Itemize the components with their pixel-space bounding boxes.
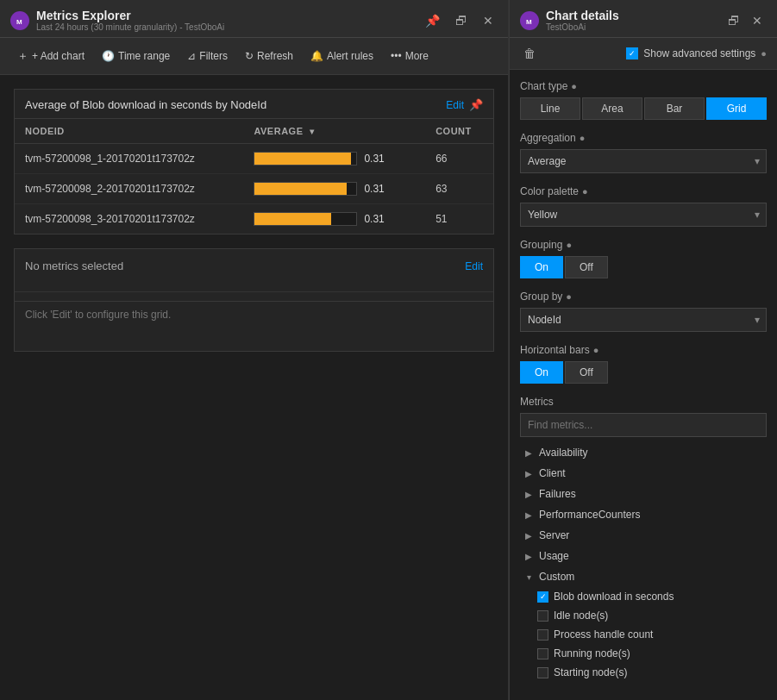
tree-item[interactable]: ▾Custom <box>520 566 767 587</box>
metric-checkbox-item[interactable]: Process handle count <box>534 625 767 644</box>
metrics-search-input[interactable] <box>520 413 767 437</box>
cell-nodeid: tvm-57200098_3-20170201t173702z <box>15 204 243 234</box>
more-icon: ••• <box>391 50 402 62</box>
metric-label: Running node(s) <box>554 647 630 659</box>
tree-arrow-icon: ▶ <box>523 490 534 499</box>
time-range-button[interactable]: 🕐 Time range <box>95 47 177 66</box>
metric-label: Idle node(s) <box>554 609 608 622</box>
tree-item[interactable]: ▶Availability <box>520 442 767 463</box>
chart-type-line[interactable]: Line <box>520 97 580 120</box>
add-icon: ＋ <box>17 48 28 64</box>
aggregation-select[interactable]: Average Count Sum Min Max <box>520 149 767 173</box>
app-icon: M <box>10 11 29 30</box>
left-title-bar: M Metrics Explorer Last 24 hours (30 min… <box>0 0 508 38</box>
metric-checkbox[interactable] <box>537 648 548 659</box>
filters-button[interactable]: ⊿ Filters <box>180 47 235 66</box>
grouping-off-button[interactable]: Off <box>565 256 608 278</box>
clock-icon: 🕐 <box>102 50 115 62</box>
metric-checkbox-item[interactable]: Running node(s) <box>534 644 767 663</box>
bar-fill <box>254 153 351 165</box>
metrics-settings-label: Metrics <box>520 396 767 408</box>
metric-checkbox-item[interactable]: Starting node(s) <box>534 663 767 682</box>
add-chart-button[interactable]: ＋ + Add chart <box>10 45 91 67</box>
right-close-button[interactable]: ✕ <box>748 12 767 29</box>
right-subtitle: TestOboAi <box>546 22 619 32</box>
bar-value: 0.31 <box>364 213 384 225</box>
metric-checkbox[interactable]: ✓ <box>537 591 548 603</box>
sort-arrow-icon: ▾ <box>310 127 315 136</box>
metric-checkbox-item[interactable]: Idle node(s) <box>534 606 767 625</box>
svg-text:M: M <box>526 18 532 26</box>
left-panel: M Metrics Explorer Last 24 hours (30 min… <box>0 0 509 700</box>
chart2-edit-button[interactable]: Edit <box>465 260 483 272</box>
chart-type-grid[interactable]: Grid <box>706 97 767 120</box>
tree-category-label: Usage <box>539 550 569 562</box>
bar-value: 0.31 <box>364 153 384 165</box>
more-button[interactable]: ••• More <box>384 47 435 66</box>
group-by-label: Group by ● <box>520 291 767 303</box>
chart1-actions: Edit 📌 <box>446 98 483 111</box>
title-bar-right: 📌 🗗 ✕ <box>421 12 498 29</box>
bar-value: 0.31 <box>364 183 384 195</box>
metrics-settings-label-text: Metrics <box>520 396 554 408</box>
alert-rules-label: Alert rules <box>327 50 373 62</box>
grouping-section: Grouping ● On Off <box>520 239 767 278</box>
cell-average: 0.31 <box>243 144 425 174</box>
group-by-help-icon: ● <box>566 291 572 302</box>
delete-button[interactable]: 🗑 <box>520 43 539 64</box>
tree-arrow-icon: ▶ <box>523 531 534 541</box>
tree-category-label: Server <box>539 529 569 541</box>
chart-type-label: Chart type ● <box>520 80 767 92</box>
tree-item[interactable]: ▶Usage <box>520 546 767 566</box>
grouping-label-text: Grouping <box>520 239 562 251</box>
metric-checkbox[interactable] <box>537 629 548 641</box>
metric-checkbox[interactable] <box>537 667 548 678</box>
svg-text:M: M <box>16 18 22 26</box>
tree-item[interactable]: ▶Failures <box>520 484 767 504</box>
horizontal-bars-off-button[interactable]: Off <box>565 361 608 384</box>
close-button[interactable]: ✕ <box>479 12 498 29</box>
grouping-on-button[interactable]: On <box>520 256 563 278</box>
cell-count: 66 <box>425 144 493 174</box>
aggregation-label: Aggregation ● <box>520 132 767 144</box>
chart1-edit-button[interactable]: Edit <box>446 99 464 111</box>
metrics-tree: ▶Availability▶Client▶Failures▶Performanc… <box>520 442 767 682</box>
horizontal-bars-on-button[interactable]: On <box>520 361 563 384</box>
metric-checkbox-item[interactable]: ✓ Blob download in seconds <box>534 587 767 606</box>
right-maximize-button[interactable]: 🗗 <box>724 12 744 29</box>
tree-item[interactable]: ▶Server <box>520 525 767 546</box>
metric-checkbox[interactable] <box>537 610 548 622</box>
horizontal-bars-label: Horizontal bars ● <box>520 344 767 356</box>
chart1-header: Average of Blob download in seconds by N… <box>15 90 493 119</box>
chart-type-help-icon: ● <box>571 81 577 91</box>
color-palette-select[interactable]: Yellow Blue Green Red <box>520 203 767 227</box>
col-average[interactable]: AVERAGE ▾ <box>243 119 425 144</box>
table-row: tvm-57200098_2-20170201t173702z 0.31 63 <box>15 174 493 204</box>
chart1-title: Average of Blob download in seconds by N… <box>25 98 266 111</box>
group-by-dropdown-wrapper: NodeId Role Region <box>520 308 767 332</box>
pin-button[interactable]: 📌 <box>421 12 444 29</box>
metric-label: Starting node(s) <box>554 666 627 678</box>
group-by-select[interactable]: NodeId Role Region <box>520 308 767 332</box>
alert-rules-button[interactable]: 🔔 Alert rules <box>304 47 380 66</box>
right-panel: M Chart details TestOboAi 🗗 ✕ 🗑 ✓ Show a… <box>509 0 777 700</box>
refresh-button[interactable]: ↻ Refresh <box>238 47 300 66</box>
advanced-settings-checkbox[interactable]: ✓ <box>626 47 638 59</box>
app-title: Metrics Explorer <box>36 9 224 22</box>
tree-item[interactable]: ▶Client <box>520 463 767 484</box>
col-count: COUNT <box>425 119 493 144</box>
maximize-button[interactable]: 🗗 <box>451 12 472 29</box>
color-palette-label-text: Color palette <box>520 185 579 197</box>
tree-category-label: Custom <box>539 571 574 583</box>
tree-arrow-icon: ▾ <box>523 572 534 582</box>
config-hint-text: Click 'Edit' to configure this grid. <box>25 309 171 321</box>
chart-type-bar[interactable]: Bar <box>644 97 705 120</box>
chart-type-area[interactable]: Area <box>582 97 642 120</box>
horizontal-bars-label-text: Horizontal bars <box>520 344 590 356</box>
left-content: Average of Blob download in seconds by N… <box>0 75 508 700</box>
metrics-divider <box>15 291 493 292</box>
aggregation-section: Aggregation ● Average Count Sum Min Max <box>520 132 767 173</box>
aggregation-help-icon: ● <box>580 133 586 143</box>
bar-track <box>254 152 357 166</box>
tree-item[interactable]: ▶PerformanceCounters <box>520 504 767 525</box>
